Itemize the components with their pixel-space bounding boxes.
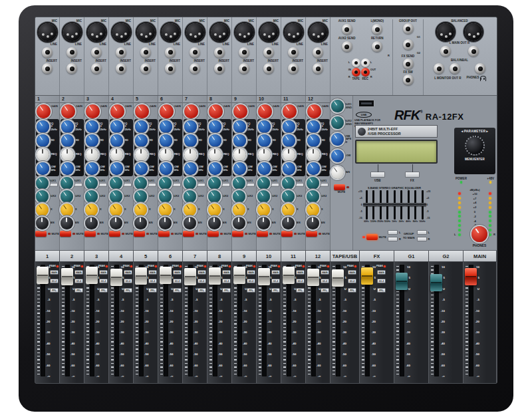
eq-mid-knob[interactable]: [233, 134, 246, 147]
channel-mute-button[interactable]: [109, 231, 120, 237]
assign-g12-button[interactable]: G1-2: [124, 279, 132, 283]
eq-mid-knob[interactable]: [37, 134, 49, 147]
tape-strip-knob[interactable]: [331, 116, 344, 129]
eq-hi-knob[interactable]: [184, 120, 197, 133]
gain-knob[interactable]: [160, 104, 174, 118]
g2-to-main-l-button[interactable]: [417, 230, 427, 235]
gain-knob[interactable]: [37, 104, 51, 118]
assign-g12-button[interactable]: G1-2: [247, 279, 255, 283]
eq-hi-knob[interactable]: [135, 120, 148, 133]
channel-mute-button[interactable]: [281, 231, 293, 237]
fx-send-knob[interactable]: [282, 204, 295, 216]
eq-low-knob[interactable]: [258, 162, 271, 175]
aux1-knob[interactable]: [282, 177, 295, 190]
fx-send-knob[interactable]: [110, 204, 122, 216]
eq-hi-knob[interactable]: [209, 120, 221, 133]
assign-main-button[interactable]: MAIN: [148, 270, 157, 275]
pfl-button[interactable]: PFL: [296, 288, 305, 293]
eq-low-knob[interactable]: [283, 162, 295, 175]
eq-low-knob[interactable]: [110, 162, 123, 175]
menu-enter-knob[interactable]: [465, 136, 485, 156]
assign-main-button[interactable]: MAIN: [124, 270, 132, 275]
aux1-knob[interactable]: [184, 177, 196, 190]
eq-freq-knob[interactable]: [233, 148, 246, 161]
aux2-knob[interactable]: [61, 190, 73, 203]
channel-mute-button[interactable]: [60, 231, 71, 237]
assign-main-button[interactable]: MAIN: [74, 270, 83, 275]
fx-mute-button[interactable]: [366, 234, 378, 240]
fader-handle[interactable]: [209, 267, 221, 285]
eq-freq-knob[interactable]: [61, 148, 74, 161]
eq-freq-knob[interactable]: [184, 148, 197, 161]
pan-knob[interactable]: [134, 217, 147, 229]
fader-handle[interactable]: [465, 268, 477, 285]
fx-send-knob[interactable]: [85, 204, 98, 216]
aux1-knob[interactable]: [110, 177, 122, 190]
assign-main-button[interactable]: MAIN: [99, 270, 108, 275]
assign-main-button[interactable]: MAIN: [296, 270, 305, 275]
channel-mute-button[interactable]: [84, 231, 96, 237]
aux2-knob[interactable]: [134, 190, 147, 203]
eq-freq-knob[interactable]: [160, 148, 172, 161]
aux2-knob[interactable]: [159, 190, 172, 203]
eq-mid-knob[interactable]: [184, 134, 197, 147]
eq-freq-knob[interactable]: [258, 148, 271, 161]
geq-slider[interactable]: [366, 190, 368, 219]
tape-strip-knob[interactable]: [331, 150, 344, 162]
eq-low-knob[interactable]: [135, 162, 148, 175]
fader-handle[interactable]: [283, 267, 295, 284]
usb-mode-button[interactable]: [370, 172, 385, 178]
assign-main-button[interactable]: MAIN: [173, 270, 182, 275]
eq-mid-knob[interactable]: [160, 134, 172, 147]
pan-knob[interactable]: [208, 217, 221, 229]
aux1-knob[interactable]: [36, 177, 49, 190]
fx-send-knob[interactable]: [257, 204, 270, 216]
assign-main-button[interactable]: MAIN: [377, 270, 386, 275]
fx-send-knob[interactable]: [36, 204, 49, 216]
fx-send-knob[interactable]: [159, 204, 172, 216]
phones-level-knob[interactable]: [471, 226, 487, 242]
assign-g12-button[interactable]: G1-2: [74, 279, 83, 283]
eq-freq-knob[interactable]: [135, 148, 148, 161]
aux2-knob[interactable]: [36, 190, 49, 203]
assign-main-button[interactable]: MAIN: [222, 270, 231, 275]
aux2-knob[interactable]: [282, 190, 295, 203]
assign-main-button[interactable]: MAIN: [321, 270, 329, 275]
eq-mid-knob[interactable]: [283, 134, 295, 147]
pfl-button[interactable]: PFL: [348, 288, 356, 293]
pan-knob[interactable]: [110, 217, 122, 229]
fx-send-knob[interactable]: [134, 204, 147, 216]
channel-mute-button[interactable]: [257, 231, 268, 237]
pfl-button[interactable]: PFL: [50, 288, 59, 293]
eq-hi-knob[interactable]: [283, 120, 295, 133]
gain-knob[interactable]: [233, 104, 247, 118]
aux1-knob[interactable]: [208, 177, 221, 190]
pfl-button[interactable]: PFL: [222, 288, 231, 293]
fx-send-knob[interactable]: [307, 204, 319, 216]
geq-slider[interactable]: [394, 190, 396, 219]
g1-to-main-r-button[interactable]: [388, 237, 398, 241]
pan-knob[interactable]: [233, 217, 245, 229]
g1-to-main-l-button[interactable]: [388, 230, 398, 235]
pfl-button[interactable]: PFL: [377, 288, 386, 293]
pan-knob[interactable]: [307, 217, 319, 229]
aux1-knob[interactable]: [85, 177, 98, 190]
eq-hi-knob[interactable]: [61, 120, 74, 133]
aux1-knob[interactable]: [159, 177, 172, 190]
eq-freq-knob[interactable]: [307, 148, 320, 161]
gain-knob[interactable]: [307, 104, 321, 118]
geq-slider[interactable]: [422, 190, 424, 219]
fx-send-knob[interactable]: [208, 204, 221, 216]
eq-hi-knob[interactable]: [233, 120, 246, 133]
pan-knob[interactable]: [282, 217, 295, 229]
geq-slider[interactable]: [400, 190, 402, 219]
eq-low-knob[interactable]: [233, 162, 246, 175]
fader-handle[interactable]: [258, 268, 270, 285]
eq-mid-knob[interactable]: [86, 134, 98, 147]
assign-g12-button[interactable]: G1-2: [222, 279, 231, 283]
fader-handle[interactable]: [307, 269, 319, 286]
pan-knob[interactable]: [36, 217, 49, 229]
aux1-knob[interactable]: [134, 177, 147, 190]
assign-main-button[interactable]: MAIN: [271, 270, 280, 275]
aux1-knob[interactable]: [257, 177, 270, 190]
